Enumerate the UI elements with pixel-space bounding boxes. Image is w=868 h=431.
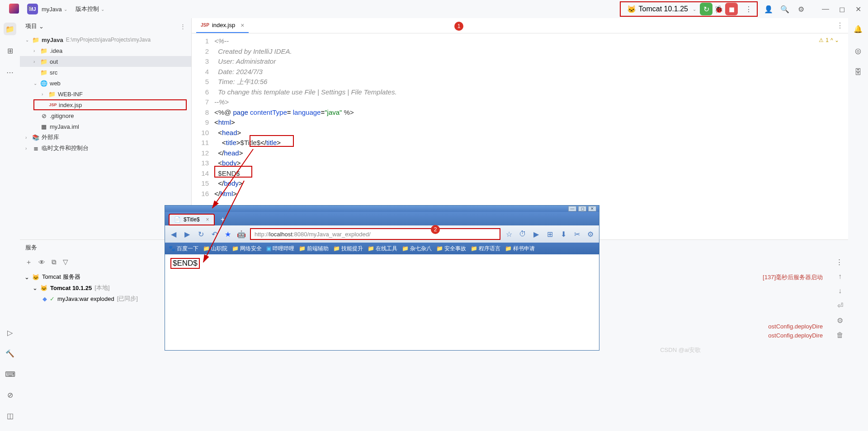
tree-item-external[interactable]: ›📚外部库 bbox=[20, 132, 191, 143]
tabs-more-icon[interactable]: ⋮ bbox=[836, 21, 844, 30]
database-icon[interactable]: 🗄 bbox=[852, 66, 864, 79]
bookmark-item[interactable]: 📁山职院 bbox=[203, 245, 227, 253]
ai-icon[interactable]: ◎ bbox=[852, 44, 864, 57]
tree-item-web[interactable]: ⌄🌐web bbox=[20, 78, 191, 89]
download-icon[interactable]: ⬇ bbox=[558, 229, 568, 239]
back-icon[interactable]: ◀ bbox=[169, 229, 179, 239]
bookmark-item[interactable]: 📁前端辅助 bbox=[299, 245, 329, 253]
run-config-area: 🐱 Tomcat 10.1.25 ⌄ ↻ 🐞 ◼ ⋮ bbox=[620, 1, 758, 17]
tree-root[interactable]: ⌄📁myJavaE:\myProjects\javaProjects\myJav… bbox=[20, 34, 191, 45]
bookmark-item[interactable]: 📁程序语言 bbox=[471, 245, 500, 253]
services-artifact[interactable]: ◆✓myJava:war exploded [已同步] bbox=[24, 293, 160, 304]
minimize-icon[interactable]: — bbox=[568, 206, 576, 211]
eye-icon[interactable]: 👁 bbox=[38, 258, 45, 266]
add-icon[interactable]: ＋ bbox=[25, 258, 32, 267]
cut-icon[interactable]: ✂ bbox=[572, 229, 582, 239]
vcs-tool-icon[interactable]: ◫ bbox=[4, 409, 16, 422]
scroll-down-icon[interactable]: ↓ bbox=[838, 287, 842, 295]
more-icon[interactable]: ⋮ bbox=[743, 4, 754, 14]
structure-tool-icon[interactable]: ⊞ bbox=[4, 44, 16, 57]
line-numbers: 12345678910111213141516 bbox=[192, 36, 214, 199]
undo-icon[interactable]: ↶ bbox=[209, 229, 219, 239]
inspection-widget[interactable]: ⚠ 1 ^ ⌄ bbox=[819, 37, 839, 43]
play-icon[interactable]: ▶ bbox=[531, 229, 541, 239]
version-control-menu[interactable]: 版本控制 bbox=[75, 5, 99, 13]
stop-button[interactable]: ◼ bbox=[725, 3, 738, 15]
bookmark-item[interactable]: 📁网络安全 bbox=[232, 245, 262, 253]
settings-icon[interactable]: ⚙ bbox=[837, 316, 843, 325]
bookmark-item[interactable]: 📁安全事故 bbox=[436, 245, 466, 253]
bookmark-item[interactable]: ▣哔哩哔哩 bbox=[266, 245, 294, 253]
chevron-down-icon[interactable]: ⌄ bbox=[39, 23, 44, 30]
tree-item-out[interactable]: ›📁out bbox=[20, 56, 191, 67]
panel-options-icon[interactable]: ⋮ bbox=[180, 23, 186, 30]
maximize-icon[interactable]: ◻ bbox=[578, 206, 586, 211]
bookmark-item[interactable]: 📁样书申请 bbox=[505, 245, 535, 253]
close-tab-icon[interactable]: × bbox=[206, 216, 209, 223]
new-tab-icon[interactable]: + bbox=[217, 216, 228, 225]
minimize-icon[interactable]: — bbox=[820, 4, 831, 14]
forward-icon[interactable]: ▶ bbox=[182, 229, 192, 239]
grid-icon[interactable]: ⊞ bbox=[545, 229, 555, 239]
settings-icon[interactable]: ⚙ bbox=[796, 4, 807, 14]
filter-icon[interactable]: ▽ bbox=[63, 258, 68, 266]
ai-icon[interactable]: 🤖 bbox=[236, 229, 246, 239]
project-panel-header: 项目 ⌄ ⋮ bbox=[20, 18, 191, 34]
chevron-down-icon: ⌄ bbox=[693, 7, 696, 12]
terminal-tool-icon[interactable]: ⌨ bbox=[4, 368, 16, 380]
project-name[interactable]: myJava bbox=[42, 6, 62, 13]
run-config-selector[interactable]: 🐱 Tomcat 10.1.25 ⌄ bbox=[623, 5, 700, 14]
run-button[interactable]: ↻ bbox=[700, 3, 712, 15]
tree-item-idea[interactable]: ›📁.idea bbox=[20, 45, 191, 56]
root-name: myJava bbox=[42, 37, 63, 43]
search-icon[interactable]: 🔍 bbox=[779, 4, 790, 14]
code-with-me-icon[interactable]: 👤 bbox=[763, 4, 774, 14]
scroll-up-icon[interactable]: ↑ bbox=[838, 272, 842, 281]
tree-item-src[interactable]: 📁src bbox=[20, 67, 191, 78]
tree-item-webinf[interactable]: ›📁WEB-INF bbox=[20, 89, 191, 99]
address-bar[interactable]: http://localhost:8080/myJava_war_explode… bbox=[250, 228, 500, 240]
window-icon[interactable]: ⧉ bbox=[52, 258, 57, 266]
run-tool-icon[interactable]: ▷ bbox=[4, 326, 16, 339]
bookmark-item[interactable]: 🐾百度一下 bbox=[169, 245, 198, 253]
close-icon[interactable]: ✕ bbox=[588, 206, 596, 211]
page-icon: 📄 bbox=[174, 216, 181, 223]
bookmark-icon[interactable]: ☆ bbox=[504, 229, 514, 239]
chevron-down-icon[interactable]: ⌄ bbox=[64, 7, 67, 12]
chevron-down-icon[interactable]: ⌄ bbox=[101, 7, 104, 12]
clock-icon[interactable]: ⏱ bbox=[518, 229, 528, 239]
app-icon bbox=[9, 4, 19, 14]
tree-item-indexjsp[interactable]: JSPindex.jsp bbox=[33, 99, 187, 110]
tree-item-iml[interactable]: ▦myJava.iml bbox=[20, 121, 191, 132]
gear-icon[interactable]: ⚙ bbox=[585, 229, 595, 239]
bookmark-item[interactable]: 📁技能提升 bbox=[333, 245, 363, 253]
project-panel-title: 项目 bbox=[25, 22, 37, 30]
trash-icon[interactable]: 🗑 bbox=[836, 331, 844, 339]
maximize-icon[interactable]: ◻ bbox=[836, 4, 847, 14]
close-tab-icon[interactable]: × bbox=[241, 22, 244, 29]
wrap-icon[interactable]: ⏎ bbox=[837, 301, 843, 310]
bookmark-bar: 🐾百度一下 📁山职院 📁网络安全 ▣哔哩哔哩 📁前端辅助 📁技能提升 📁在线工具… bbox=[165, 243, 599, 254]
notifications-icon[interactable]: 🔔 bbox=[852, 23, 864, 35]
reload-icon[interactable]: ↻ bbox=[196, 229, 206, 239]
tree-item-gitignore[interactable]: ⊘.gitignore bbox=[20, 110, 191, 121]
bookmark-item[interactable]: 📁在线工具 bbox=[368, 245, 397, 253]
code-area[interactable]: 12345678910111213141516 <%-- Created by … bbox=[192, 33, 848, 199]
tree-item-scratch[interactable]: ›≣临时文件和控制台 bbox=[20, 143, 191, 154]
more-tool-icon[interactable]: ⋯ bbox=[4, 66, 16, 79]
callout-1: 1 bbox=[454, 22, 463, 31]
options-icon[interactable]: ⋮ bbox=[836, 258, 843, 266]
tab-label: index.jsp bbox=[212, 22, 235, 28]
browser-tab[interactable]: 📄 $Title$ × bbox=[169, 214, 215, 225]
star-icon[interactable]: ★ bbox=[223, 229, 233, 239]
build-tool-icon[interactable]: 🔨 bbox=[4, 347, 16, 360]
close-icon[interactable]: ✕ bbox=[853, 4, 863, 14]
hamburger-icon[interactable]: ≡ bbox=[27, 4, 32, 13]
tab-indexjsp[interactable]: JSP index.jsp × bbox=[196, 18, 249, 33]
debug-button[interactable]: 🐞 bbox=[712, 3, 725, 15]
project-tool-icon[interactable]: 📁 bbox=[4, 23, 16, 35]
services-config[interactable]: ⌄🐱Tomcat 10.1.25 [本地] bbox=[24, 282, 160, 293]
services-root[interactable]: ⌄🐱Tomcat 服务器 bbox=[24, 272, 160, 282]
bookmark-item[interactable]: 📁杂七杂八 bbox=[402, 245, 432, 253]
problems-tool-icon[interactable]: ⊘ bbox=[4, 389, 16, 401]
